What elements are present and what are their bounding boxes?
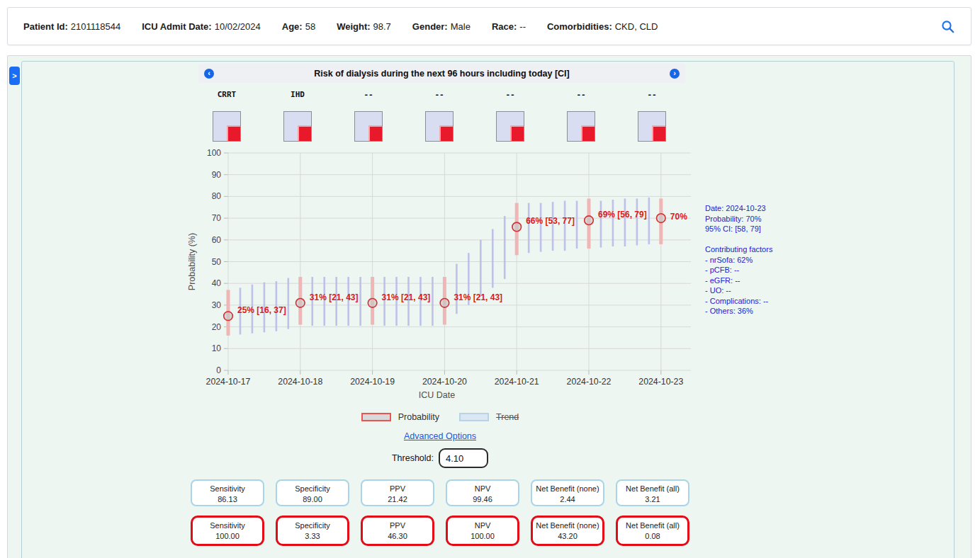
metric-label: PPV [362,484,433,494]
info-line: - pCFB: -- [705,265,840,275]
patient-header: Patient Id:2101118544ICU Admit Date:10/0… [7,7,971,45]
metric-value: 2.44 [532,494,603,505]
sidebar-expand-button[interactable]: > [9,67,20,85]
threshold-label: Threshold: [392,453,434,463]
probability-marker[interactable] [224,312,233,321]
probability-marker[interactable] [585,216,594,225]
y-tick-label: 70 [212,213,222,223]
y-tick-label: 30 [212,300,222,310]
probability-marker[interactable] [440,299,449,308]
metric-value: 100.00 [193,531,262,542]
info-line: - eGFR: -- [705,275,840,286]
day-thumbnail[interactable] [213,111,241,142]
next-period-button[interactable]: › [670,69,680,79]
patient-field: Gender:Male [412,21,471,32]
x-tick-label: 2024-10-21 [495,377,539,387]
info-line: Probability: 70% [705,214,840,224]
info-line: 95% CI: [58, 79] [705,224,840,234]
day-column: IHD [262,90,333,144]
metric-box: Net Benefit (all)0.08 [616,516,689,546]
patient-field: Patient Id:2101118544 [23,21,120,32]
y-tick-label: 80 [212,191,222,201]
info-line: - nrSofa: 62% [705,255,840,266]
metric-label: Specificity [278,520,347,531]
metric-label: Net Benefit (all) [617,484,688,494]
y-tick-label: 0 [216,365,221,375]
search-icon[interactable] [941,20,955,34]
advanced-options-row: Advanced Options [186,429,694,442]
prediction-detail-panel: Date: 2024-10-23Probability: 70%95% CI: … [705,203,840,317]
metric-box: PPV46.30 [361,516,434,546]
trend-legend-label[interactable]: Trend [496,412,519,422]
metric-label: Net Benefit (none) [532,484,603,494]
metric-box: Specificity89.00 [276,479,349,506]
metric-label: NPV [447,484,518,494]
risk-indicator-icon [652,125,665,141]
metrics-row-current: Sensitivity86.13Specificity89.00PPV21.42… [191,479,689,506]
day-thumbnail[interactable] [283,111,312,142]
day-treatment-label: -- [333,90,404,101]
metrics-row-threshold: Sensitivity100.00Specificity3.33PPV46.30… [191,516,689,546]
chevron-right-icon: › [673,69,676,77]
x-tick-label: 2024-10-20 [422,377,467,387]
y-axis-title: Probability (%) [187,233,197,290]
probability-annotation: 31% [21, 43] [382,292,431,302]
probability-marker[interactable] [657,214,666,223]
x-tick-label: 2024-10-22 [567,377,612,387]
probability-legend-swatch[interactable] [361,413,391,421]
advanced-options-link[interactable]: Advanced Options [404,431,476,441]
day-column: -- [333,90,404,144]
threshold-input[interactable] [439,448,488,468]
probability-marker[interactable] [512,222,522,232]
y-tick-label: 20 [212,322,222,332]
chevron-right-icon: > [12,72,16,80]
prev-period-button[interactable]: ‹ [204,69,214,79]
day-thumbnail[interactable] [496,111,524,142]
x-tick-label: 2024-10-23 [638,377,683,387]
metric-value: 3.21 [617,494,688,505]
metric-label: Net Benefit (all) [618,520,687,531]
probability-annotation: 25% [16, 37] [237,305,286,315]
info-line: Date: 2024-10-23 [705,203,840,214]
day-treatment-label: -- [475,90,546,101]
day-thumbnail[interactable] [354,111,383,142]
risk-indicator-icon [227,125,240,141]
risk-indicator-icon [368,125,382,141]
day-thumbnail[interactable] [567,111,595,142]
y-tick-label: 60 [212,235,222,245]
probability-marker[interactable] [296,299,305,308]
x-tick-label: 2024-10-17 [206,377,251,387]
day-thumbnail[interactable] [425,111,454,142]
day-treatment-label: -- [404,90,475,101]
trend-legend-swatch[interactable] [459,413,489,421]
metric-label: Net Benefit (none) [533,520,602,531]
day-treatment-label: -- [546,90,616,101]
metric-box: Sensitivity86.13 [191,479,264,506]
chart-title-bar: ‹ Risk of dialysis during the next 96 ho… [198,64,685,83]
info-line: Contributing factors [705,244,840,255]
risk-indicator-icon [581,125,595,141]
probability-legend-label[interactable]: Probability [398,412,439,422]
metric-box: Specificity3.33 [276,516,349,546]
metric-label: Specificity [277,484,348,494]
metric-value: 43.20 [533,531,602,542]
info-line: - Complications: -- [705,296,840,307]
patient-field: Age:58 [282,21,315,32]
chart-title: Risk of dialysis during the next 96 hour… [220,69,664,79]
metric-label: NPV [448,520,517,531]
day-column: CRRT [191,90,262,144]
probability-annotation: 69% [56, 79] [598,210,647,220]
patient-field: Comorbidities:CKD, CLD [547,21,658,32]
risk-indicator-icon [298,125,311,141]
y-tick-label: 100 [207,149,221,158]
metric-value: 100.00 [448,531,517,542]
metric-box: Sensitivity100.00 [191,516,264,546]
day-thumbnail[interactable] [638,111,666,142]
metric-value: 0.08 [618,531,687,542]
metric-box: PPV21.42 [361,479,434,506]
risk-probability-chart[interactable]: 01020304050607080901002024-10-172024-10-… [181,149,698,411]
probability-marker[interactable] [368,299,377,308]
day-column: -- [404,90,475,144]
risk-indicator-icon [510,125,524,141]
y-tick-label: 40 [212,278,222,288]
